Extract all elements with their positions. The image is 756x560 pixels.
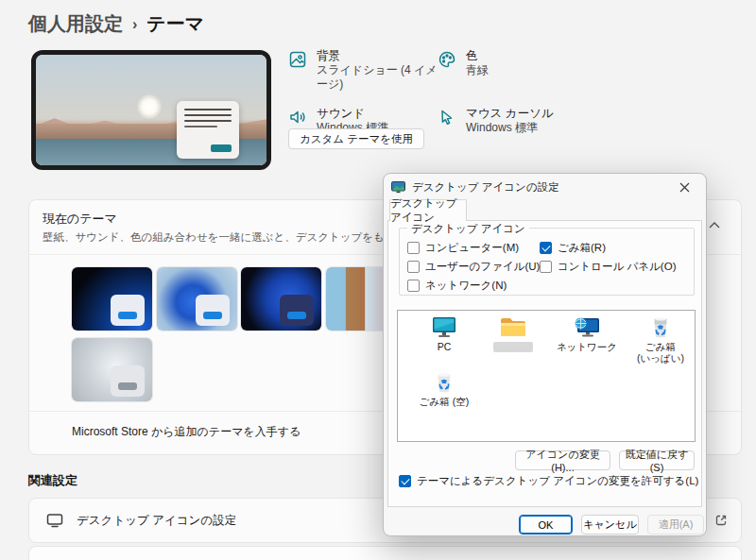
recycle-bin-full-icon [650, 316, 671, 338]
palette-icon [438, 50, 456, 69]
summary-color-value: 青緑 [466, 63, 489, 77]
desktop-icon [45, 512, 64, 529]
breadcrumb: 個人用設定 › テーマ [28, 11, 204, 37]
recycle-bin-empty-icon [434, 371, 455, 393]
restore-default-button[interactable]: 既定値に戻す(S) [619, 450, 695, 470]
theme-thumbnail-dark-blue[interactable] [72, 267, 152, 331]
icon-item-recycle-full[interactable]: ごみ箱 (いっぱい) [628, 316, 693, 364]
summary-background-label: 背景 [317, 49, 438, 63]
summary-color: 色 青緑 [438, 49, 598, 92]
icon-item-user-folder[interactable] [481, 316, 545, 352]
summary-cursor-label: マウス カーソル [466, 107, 554, 121]
breadcrumb-separator: › [132, 16, 137, 33]
preview-window-card [177, 101, 239, 159]
dialog-title: デスクトップ アイコンの設定 [412, 180, 672, 195]
recycle-bin-checkbox-label: ごみ箱(R) [558, 241, 606, 255]
page-title: テーマ [146, 11, 204, 37]
network-checkbox-label: ネットワーク(N) [425, 279, 507, 293]
folder-icon [500, 316, 526, 338]
use-custom-theme-button[interactable]: カスタム テーマを使用 [288, 128, 424, 149]
allow-theme-change-checkbox[interactable] [399, 475, 411, 487]
tab-desktop-icons[interactable]: デスクトップ アイコン [389, 199, 467, 221]
network-icon [574, 316, 600, 338]
computer-checkbox[interactable] [407, 242, 420, 254]
icon-item-recycle-empty[interactable]: ごみ箱 (空) [412, 371, 476, 407]
theme-preview [31, 50, 271, 170]
sound-icon [288, 108, 307, 127]
external-link-icon [714, 514, 728, 527]
change-icon-button[interactable]: アイコンの変更(H)... [515, 450, 610, 470]
checkbox-user-files[interactable]: ユーザーのファイル(U) [407, 260, 540, 274]
redacted-label [493, 342, 533, 352]
dialog-tab-page: デスクトップ アイコン コンピューター(M) ごみ箱(R) ユーザーのファイル(… [387, 220, 702, 507]
checkbox-recycle-bin[interactable]: ごみ箱(R) [540, 241, 606, 255]
pc-icon [432, 316, 456, 338]
summary-cursor-value: Windows 標準 [466, 121, 554, 135]
preview-accent-chip [211, 144, 232, 152]
apply-button: 適用(A) [647, 515, 704, 535]
image-icon [288, 50, 307, 69]
related-settings-heading: 関連設定 [28, 472, 77, 489]
network-checkbox[interactable] [407, 280, 420, 292]
recycle-empty-label: ごみ箱 (空) [420, 396, 469, 407]
breadcrumb-root[interactable]: 個人用設定 [28, 11, 123, 37]
dialog-app-icon [391, 181, 405, 194]
allow-theme-change-label: テーマによるデスクトップ アイコンの変更を許可する(L) [417, 474, 698, 488]
summary-background-value: スライドショー (4 イメージ) [317, 63, 438, 92]
desktop-icon-settings-dialog: デスクトップ アイコンの設定 デスクトップ アイコン デスクトップ アイコン コ… [383, 173, 707, 536]
pc-icon-label: PC [438, 341, 452, 352]
checkbox-computer[interactable]: コンピューター(M) [407, 241, 519, 255]
theme-summary-grid: 背景 スライドショー (4 イメージ) 色 青緑 サウンド Windows 標準… [288, 49, 600, 135]
theme-thumbnail-bloom-white[interactable] [72, 338, 152, 401]
user-files-checkbox-label: ユーザーのファイル(U) [425, 260, 540, 274]
summary-cursor: マウス カーソル Windows 標準 [438, 107, 598, 135]
get-more-themes-label: Microsoft Store から追加のテーマを入手する [72, 424, 301, 440]
close-icon[interactable] [672, 178, 696, 196]
computer-checkbox-label: コンピューター(M) [425, 241, 519, 255]
cursor-icon [438, 108, 456, 127]
theme-thumbnail-bloom-dark[interactable] [241, 267, 321, 331]
checkbox-control-panel[interactable]: コントロール パネル(O) [540, 260, 676, 274]
control-panel-checkbox-label: コントロール パネル(O) [558, 260, 676, 274]
checkbox-network[interactable]: ネットワーク(N) [407, 279, 507, 293]
desktop-icons-listbox: PC ネットワーク ごみ箱 (いっぱい) ごみ箱 (空) [397, 310, 696, 442]
allow-theme-change-row[interactable]: テーマによるデスクトップ アイコンの変更を許可する(L) [399, 474, 698, 488]
icon-item-network[interactable]: ネットワーク [555, 316, 619, 352]
icon-item-pc[interactable]: PC [412, 316, 476, 352]
summary-background: 背景 スライドショー (4 イメージ) [288, 49, 438, 92]
related-settings-row-partial [28, 546, 742, 560]
desktop-icons-groupbox: デスクトップ アイコン コンピューター(M) ごみ箱(R) ユーザーのファイル(… [399, 228, 695, 296]
recycle-full-label-line1: ごみ箱 [645, 341, 676, 352]
control-panel-checkbox[interactable] [540, 261, 552, 273]
recycle-bin-checkbox[interactable] [540, 242, 552, 254]
user-files-checkbox[interactable] [407, 261, 420, 273]
theme-thumbnail-bloom-light[interactable] [157, 267, 237, 331]
summary-color-label: 色 [466, 49, 489, 63]
summary-sound-label: サウンド [317, 107, 388, 121]
network-icon-label: ネットワーク [557, 341, 617, 352]
cancel-button[interactable]: キャンセル [581, 515, 639, 535]
recycle-full-label-line2: (いっぱい) [637, 352, 684, 364]
ok-button[interactable]: OK [519, 515, 573, 535]
